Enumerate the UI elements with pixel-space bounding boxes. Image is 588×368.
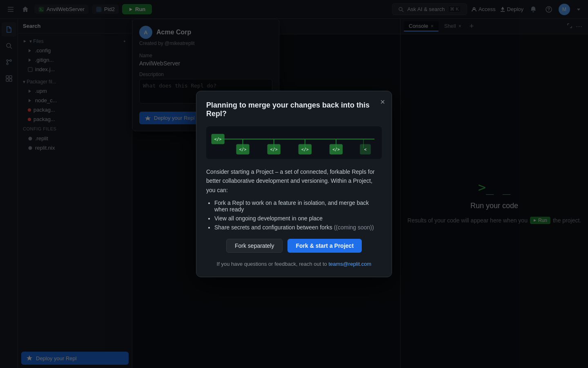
svg-text:</>: </> (239, 147, 247, 152)
modal-list: Fork a Repl to work on a feature in isol… (206, 200, 382, 231)
modal-bullet-2: View all ongoing development in one plac… (214, 215, 382, 222)
feedback-email-link[interactable]: teams@replit.com (328, 261, 371, 267)
svg-text:<: < (364, 147, 367, 152)
modal-close-button[interactable]: × (380, 98, 385, 106)
fork-project-button[interactable]: Fork & start a Project (287, 239, 362, 253)
modal-actions: Fork separately Fork & start a Project (206, 239, 382, 253)
svg-text:</>: </> (214, 137, 222, 141)
svg-text:</>: </> (301, 147, 309, 152)
svg-text:</>: </> (332, 147, 340, 152)
svg-text:</>: </> (270, 147, 278, 152)
modal-body: Consider starting a Project – a set of c… (206, 167, 382, 195)
modal-overlay[interactable]: × Planning to merge your changes back in… (0, 0, 588, 368)
fork-separately-button[interactable]: Fork separately (226, 239, 283, 253)
modal: × Planning to merge your changes back in… (196, 91, 392, 277)
fork-diagram: </> </> </> </> </> < (206, 126, 382, 159)
modal-bullet-3: Share secrets and configuration between … (214, 224, 382, 231)
modal-footer: If you have questions or feedback, reach… (206, 261, 382, 267)
modal-bullet-1: Fork a Repl to work on a feature in isol… (214, 200, 382, 213)
modal-title: Planning to merge your changes back into… (206, 101, 382, 118)
coming-soon-label: ((coming soon)) (334, 224, 374, 231)
